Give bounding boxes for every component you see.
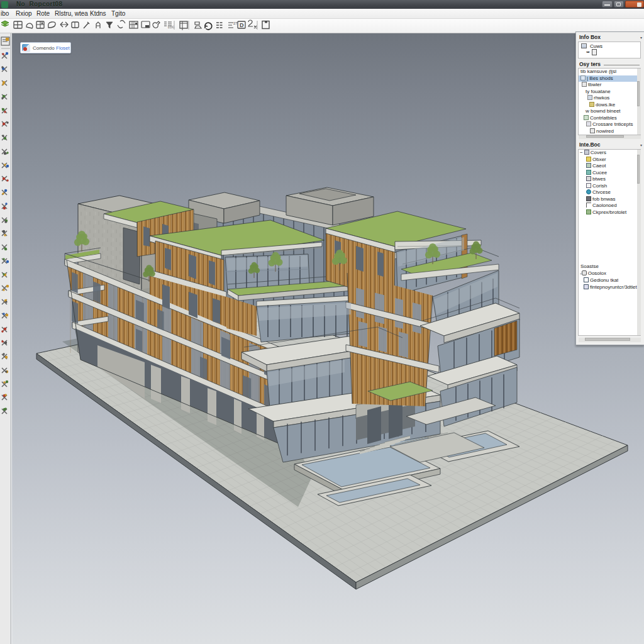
svg-text:D: D xyxy=(240,22,244,28)
svg-text:LOG: LOG xyxy=(168,25,175,29)
svg-text:27: 27 xyxy=(233,21,238,25)
